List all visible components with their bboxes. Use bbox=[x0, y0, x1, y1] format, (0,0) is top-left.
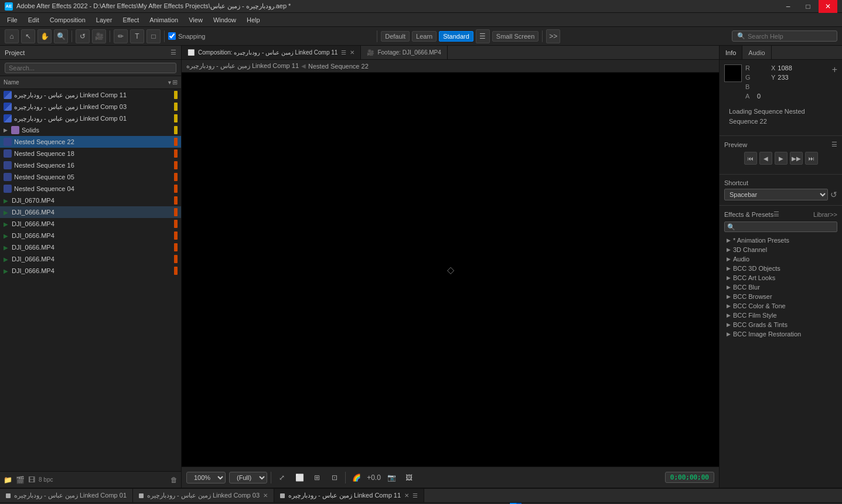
menu-help[interactable]: Help bbox=[242, 15, 265, 25]
tl-tab-comp03[interactable]: زمین عباس - رودبارچیره Linked Comp 03 ✕ bbox=[133, 489, 274, 502]
new-comp-icon[interactable]: 🎬 bbox=[16, 476, 25, 484]
prev-back[interactable]: ◀ bbox=[759, 152, 772, 165]
effects-item-3[interactable]: ▶ BCC 3D Objects bbox=[724, 264, 837, 273]
menu-edit[interactable]: Edit bbox=[23, 15, 44, 25]
show-snapshot[interactable]: 🖼 bbox=[402, 471, 416, 485]
zoom-tool[interactable]: 🔍 bbox=[54, 29, 68, 43]
viewer-tab-comp11[interactable]: ⬜ Composition: زمین عباس - رودبارچیره Li… bbox=[182, 46, 361, 59]
effects-expand[interactable]: >> bbox=[830, 211, 837, 218]
close-button[interactable]: ✕ bbox=[819, 0, 837, 13]
safe-zones[interactable]: ⊡ bbox=[328, 471, 342, 485]
minimize-button[interactable]: – bbox=[779, 0, 797, 13]
delete-icon[interactable]: 🗑 bbox=[171, 476, 178, 484]
mode-menu[interactable]: ☰ bbox=[476, 29, 490, 43]
project-item-dji0666d[interactable]: ▶ DJI_0666.MP4 bbox=[0, 241, 181, 253]
snapshot-btn[interactable]: 📷 bbox=[384, 471, 398, 485]
viewer-tab-footage[interactable]: 🎥 Footage: DJI_0666.MP4 bbox=[361, 46, 447, 59]
library-tab[interactable]: Librar bbox=[813, 211, 830, 218]
effects-search[interactable] bbox=[724, 222, 837, 232]
tl-tab-comp01[interactable]: زمین عباس - رودبارچیره Linked Comp 01 bbox=[0, 489, 133, 502]
effects-item-1[interactable]: ▶ 3D Channel bbox=[724, 245, 837, 254]
fit-frame-button[interactable]: ⤢ bbox=[275, 471, 289, 485]
project-item-comp03[interactable]: زمین عباس - رودبارچیره Linked Comp 03 bbox=[0, 101, 181, 113]
menu-view[interactable]: View bbox=[184, 15, 207, 25]
search-input[interactable] bbox=[748, 33, 832, 40]
col-sort-icon[interactable]: ▼ bbox=[167, 80, 172, 86]
project-item-comp11[interactable]: زمین عباس - رودبارچیره Linked Comp 11 bbox=[0, 89, 181, 101]
camera-tool[interactable]: 🎥 bbox=[92, 29, 106, 43]
toggle-alpha[interactable]: ⬜ bbox=[292, 471, 306, 485]
shortcut-reset[interactable]: ↺ bbox=[830, 190, 837, 199]
project-item-dji0666c[interactable]: ▶ DJI_0666.MP4 bbox=[0, 230, 181, 241]
effects-item-9[interactable]: ▶ BCC Grads & Tints bbox=[724, 320, 837, 329]
effects-item-7[interactable]: ▶ BCC Color & Tone bbox=[724, 301, 837, 311]
color-correct[interactable]: 🌈 bbox=[349, 471, 363, 485]
tl-tab-close[interactable]: ✕ bbox=[263, 492, 268, 499]
snapping-checkbox[interactable] bbox=[168, 32, 176, 40]
project-item-ns22[interactable]: Nested Sequence 22 bbox=[0, 136, 181, 148]
project-item-dji0666f[interactable]: ▶ DJI_0666.MP4 bbox=[0, 265, 181, 277]
effects-item-0[interactable]: ▶ * Animation Presets bbox=[724, 236, 837, 245]
show-grid[interactable]: ⊞ bbox=[310, 471, 324, 485]
rotate-tool[interactable]: ↺ bbox=[76, 29, 90, 43]
shape-tool[interactable]: □ bbox=[146, 29, 161, 43]
text-tool[interactable]: T bbox=[130, 29, 144, 43]
effects-item-5[interactable]: ▶ BCC Blur bbox=[724, 282, 837, 292]
tl-tab-menu[interactable]: ☰ bbox=[413, 492, 418, 499]
col-add-icon[interactable]: ⊞ bbox=[172, 79, 178, 86]
project-item-dji0670[interactable]: ▶ DJI_0670.MP4 bbox=[0, 195, 181, 206]
project-item-comp01[interactable]: زمین عباس - رودبارچیره Linked Comp 01 bbox=[0, 113, 181, 124]
effects-item-8[interactable]: ▶ BCC Film Style bbox=[724, 311, 837, 320]
quality-select[interactable]: (Full)(Half) bbox=[229, 472, 267, 483]
menu-window[interactable]: Window bbox=[209, 15, 241, 25]
effects-menu[interactable]: ☰ bbox=[773, 210, 779, 218]
exposure-adjust[interactable]: +0.0 bbox=[367, 471, 381, 485]
project-item-dji0666e[interactable]: ▶ DJI_0666.MP4 bbox=[0, 253, 181, 265]
hand-tool[interactable]: ✋ bbox=[38, 29, 52, 43]
tab-menu[interactable]: ☰ bbox=[341, 49, 346, 56]
prev-first[interactable]: ⏮ bbox=[744, 152, 757, 165]
effects-item-4[interactable]: ▶ BCC Art Looks bbox=[724, 273, 837, 282]
project-item-ns04[interactable]: Nested Sequence 04 bbox=[0, 183, 181, 195]
effects-item-2[interactable]: ▶ Audio bbox=[724, 254, 837, 264]
project-item-ns18[interactable]: Nested Sequence 18 bbox=[0, 148, 181, 159]
project-item-dji0666b[interactable]: ▶ DJI_0666.MP4 bbox=[0, 218, 181, 230]
info-tab-info[interactable]: Info bbox=[720, 46, 742, 59]
menu-composition[interactable]: Composition bbox=[45, 15, 90, 25]
prev-forward[interactable]: ▶▶ bbox=[790, 152, 803, 165]
menu-layer[interactable]: Layer bbox=[91, 15, 117, 25]
project-item-dji0666a[interactable]: ▶ DJI_0666.MP4 bbox=[0, 206, 181, 218]
preview-menu[interactable]: ☰ bbox=[831, 141, 837, 148]
project-search-input[interactable] bbox=[5, 63, 176, 73]
menu-animation[interactable]: Animation bbox=[145, 15, 183, 25]
home-button[interactable]: ⌂ bbox=[5, 29, 19, 43]
effects-item-6[interactable]: ▶ BCC Browser bbox=[724, 292, 837, 301]
select-tool[interactable]: ↖ bbox=[21, 29, 35, 43]
menu-file[interactable]: File bbox=[2, 15, 22, 25]
new-footage-icon[interactable]: 🎞 bbox=[28, 476, 35, 484]
effects-item-10[interactable]: ▶ BCC Image Restoration bbox=[724, 329, 837, 339]
tl-tab-comp11[interactable]: زمین عباس - رودبارچیره Linked Comp 11 ✕ … bbox=[274, 489, 424, 502]
new-folder-icon[interactable]: 📁 bbox=[4, 476, 12, 484]
shortcut-select[interactable]: Spacebar bbox=[724, 189, 828, 200]
zoom-select[interactable]: 100%50%200% bbox=[186, 472, 226, 483]
breadcrumb-nested[interactable]: Nested Sequence 22 bbox=[308, 63, 369, 70]
project-panel-menu[interactable]: ☰ bbox=[171, 49, 176, 56]
viewer-timecode[interactable]: 0;00;00;00 bbox=[665, 472, 714, 483]
mode-standard[interactable]: Standard bbox=[439, 31, 473, 42]
mode-default[interactable]: Default bbox=[381, 31, 410, 42]
expand-button[interactable]: >> bbox=[546, 29, 560, 43]
project-item-ns05[interactable]: Nested Sequence 05 bbox=[0, 171, 181, 183]
breadcrumb-comp[interactable]: زمین عباس - رودبارچیره Linked Comp 11 bbox=[186, 62, 299, 70]
tl-tab-close[interactable]: ✕ bbox=[404, 492, 409, 499]
info-tab-audio[interactable]: Audio bbox=[742, 46, 771, 59]
maximize-button[interactable]: □ bbox=[799, 0, 817, 13]
prev-last[interactable]: ⏭ bbox=[805, 152, 818, 165]
mode-small-screen[interactable]: Small Screen bbox=[492, 31, 538, 42]
project-item-solids[interactable]: ▶ Solids bbox=[0, 124, 181, 136]
mode-learn[interactable]: Learn bbox=[412, 31, 437, 42]
add-icon[interactable]: + bbox=[832, 64, 837, 75]
project-item-ns16[interactable]: Nested Sequence 16 bbox=[0, 159, 181, 171]
menu-effect[interactable]: Effect bbox=[118, 15, 144, 25]
pen-tool[interactable]: ✏ bbox=[114, 29, 128, 43]
